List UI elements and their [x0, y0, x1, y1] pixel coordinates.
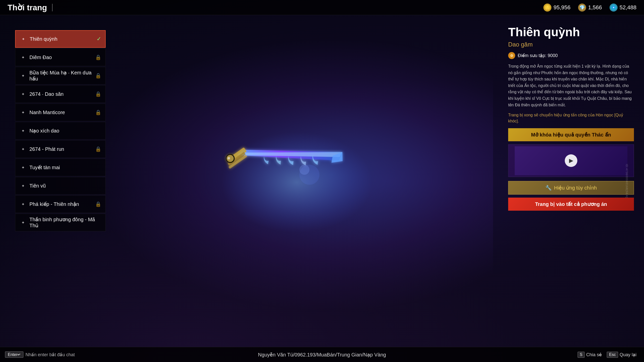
list-item-pha-kiep[interactable]: ✦ Phá kiếp - Thiên nhận 🔒 — [15, 195, 106, 213]
gold-icon: 🪙 — [543, 4, 551, 12]
item-lock-1: 🔒 — [95, 54, 101, 60]
detail-title: Thiên quỳnh — [508, 25, 634, 39]
item-label-2: Bữa tiệc Mùa hạ · Kem dưa hấu — [29, 70, 93, 82]
chat-hint-text: Nhấn enter bắt đầu chat — [25, 352, 75, 357]
item-cross-icon-10: ✦ — [19, 219, 26, 226]
bottom-center: Nguyễn Văn Tú/0962.193/MuaBán/Trung Gian… — [258, 352, 386, 358]
item-cross-icon-7: ✦ — [19, 164, 26, 171]
item-lock-6: 🔒 — [95, 146, 101, 152]
esc-key-badge: Esc — [607, 352, 618, 358]
page-title: Thời trang — [8, 3, 47, 12]
enter-key-badge: Enter↵ — [5, 351, 23, 358]
item-check-0: ✓ — [97, 36, 101, 42]
bottom-right-controls: S Chia sẻ Esc Quay lại — [578, 352, 636, 358]
unlock-button[interactable]: Mở khóa hiệu quả quyền Thác ẩn — [508, 128, 634, 141]
collect-points: ⚙ Điểm sưu tập: 9000 — [508, 52, 634, 59]
item-cross-icon-3: ✦ — [19, 90, 26, 98]
equip-button[interactable]: Trang bị vào tất cả phương án — [508, 198, 634, 211]
item-label-1: Diêm Đao — [29, 55, 93, 60]
skin-list: ✦ Thiên quỳnh ✓ ✦ Diêm Đao 🔒 ✦ Bữa tiệc … — [15, 30, 106, 232]
gold-value: 95,956 — [553, 4, 570, 11]
gem-icon: 💎 — [578, 4, 586, 12]
esc-label: Quay lại — [620, 352, 636, 357]
item-cross-icon-6: ✦ — [19, 146, 26, 153]
title-divider — [52, 4, 53, 11]
esc-control: Esc Quay lại — [607, 352, 636, 358]
collect-label: Điểm sưu tập: 9000 — [518, 53, 558, 58]
gold-currency: 🪙 95,956 — [543, 4, 570, 12]
item-label-5: Nạo xích dao — [29, 128, 101, 134]
item-cross-icon-1: ✦ — [19, 54, 26, 61]
item-cross-icon-0: ✦ — [20, 35, 27, 42]
item-lock-4: 🔒 — [95, 109, 101, 115]
share-label: Chia sẻ — [586, 352, 602, 357]
item-label-4: Nanh Manticore — [29, 110, 93, 115]
item-lock-9: 🔒 — [95, 201, 101, 207]
list-item-nao-xich-dao[interactable]: ✦ Nạo xích dao — [15, 122, 106, 140]
svg-point-11 — [299, 165, 309, 175]
item-label-6: 2674 - Phát run — [29, 146, 93, 152]
diamond-currency: 💠 52,488 — [610, 4, 636, 12]
diamond-value: 52,488 — [620, 4, 636, 11]
top-bar: Thời trang 🪙 95,956 💎 1,566 💠 52,488 — [0, 0, 644, 15]
effect-button[interactable]: 🔧 Hiệu ứng tùy chỉnh — [508, 181, 634, 195]
list-item-tuyet-tan-mai[interactable]: ✦ Tuyết tàn mai — [15, 159, 106, 176]
list-item-thien-quynh[interactable]: ✦ Thiên quỳnh ✓ — [15, 30, 106, 48]
gem-value: 1,566 — [588, 4, 602, 11]
item-label-10: Thần binh phương đông - Mã Thủ — [29, 216, 101, 229]
diamond-icon: 💠 — [610, 4, 618, 12]
detail-subtitle: Dao găm — [508, 41, 634, 48]
list-item-2674-phat-run[interactable]: ✦ 2674 - Phát run 🔒 — [15, 140, 106, 158]
video-inner: ▶ — [515, 146, 627, 175]
item-cross-icon-4: ✦ — [19, 109, 26, 116]
effect-label: Hiệu ứng tùy chỉnh — [554, 185, 597, 191]
item-cross-icon-5: ✦ — [19, 127, 26, 134]
share-key-badge: S — [578, 352, 585, 358]
chat-hint: Enter↵ Nhấn enter bắt đầu chat — [5, 351, 75, 358]
list-item-tien-vu[interactable]: ✦ Tiên vũ — [15, 177, 106, 195]
currency-display: 🪙 95,956 💎 1,566 💠 52,488 — [543, 4, 636, 12]
video-preview: ▶ — [508, 144, 634, 177]
item-cross-icon-8: ✦ — [19, 182, 26, 189]
collect-icon: ⚙ — [508, 52, 515, 59]
item-lock-3: 🔒 — [95, 91, 101, 97]
item-cross-icon-2: ✦ — [19, 72, 26, 79]
highlight-text: Trang bị xong sẽ chuyển hiệu ứng tấn côn… — [508, 112, 634, 124]
weapon-display — [75, 13, 518, 337]
list-item-nanh-manticore[interactable]: ✦ Nanh Manticore 🔒 — [15, 104, 106, 121]
svg-point-0 — [221, 132, 372, 233]
share-control: S Chia sẻ — [578, 352, 602, 358]
list-item-diem-dao[interactable]: ✦ Diêm Đao 🔒 — [15, 49, 106, 66]
bottom-bar: Enter↵ Nhấn enter bắt đầu chat Nguyễn Vă… — [0, 347, 644, 362]
gem-currency: 💎 1,566 — [578, 4, 602, 12]
item-label-0: Thiên quỳnh — [30, 36, 95, 42]
item-label-3: 2674 · Dao săn — [29, 91, 93, 97]
item-label-8: Tiên vũ — [29, 183, 101, 189]
list-item-2674-dao-san[interactable]: ✦ 2674 · Dao săn 🔒 — [15, 85, 106, 103]
list-item-than-binh[interactable]: ✦ Thần binh phương đông - Mã Thủ — [15, 214, 106, 231]
detail-panel: Thiên quỳnh Dao găm ⚙ Điểm sưu tập: 9000… — [508, 25, 634, 211]
item-description: Trong động mở Âm ngọc từng xuất hiện 1 v… — [508, 63, 634, 108]
play-button[interactable]: ▶ — [565, 154, 577, 167]
side-edge-label: ID:473600040168[SEA] — [625, 164, 628, 198]
item-label-7: Tuyết tàn mai — [29, 164, 101, 170]
list-item-bua-tiec[interactable]: ✦ Bữa tiệc Mùa hạ · Kem dưa hấu 🔒 — [15, 67, 106, 84]
item-lock-2: 🔒 — [95, 73, 101, 79]
item-cross-icon-9: ✦ — [19, 201, 26, 208]
item-label-9: Phá kiếp - Thiên nhận — [29, 201, 93, 207]
effect-icon: 🔧 — [545, 185, 552, 191]
